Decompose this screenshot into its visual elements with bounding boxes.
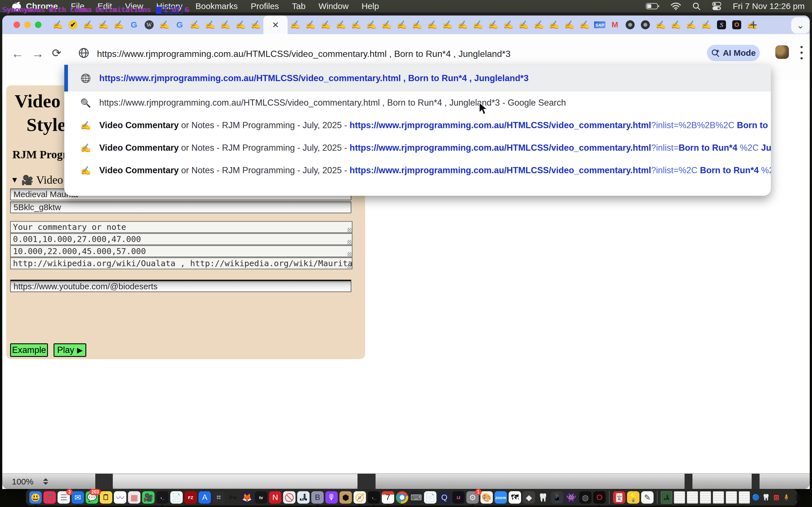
pinned-tab-pencil[interactable]: ✍️ bbox=[562, 15, 577, 34]
pinned-tab-pencil[interactable]: ✍️ bbox=[409, 15, 424, 34]
dock-item-card-game[interactable]: 🃏 bbox=[613, 491, 625, 504]
dock-item-minimized-window[interactable] bbox=[739, 491, 750, 504]
pinned-tab-pencil[interactable]: ✍️ bbox=[440, 15, 455, 34]
pinned-tab-pencil[interactable]: ✍️ bbox=[248, 15, 263, 34]
menu-item-profiles[interactable]: Profiles bbox=[244, 1, 285, 11]
pinned-tab-pencil[interactable]: ✍️ bbox=[379, 15, 394, 34]
dock-item-notes-pencil[interactable]: ✎ bbox=[641, 491, 654, 504]
spotlight-icon[interactable] bbox=[692, 2, 701, 10]
channel-url-input[interactable] bbox=[10, 280, 351, 292]
dock-item-trash[interactable]: 🗑 bbox=[792, 491, 805, 504]
pinned-tab-pencil[interactable]: ✍️ bbox=[501, 15, 516, 34]
dock-item-mail[interactable]: ✉ bbox=[71, 491, 84, 504]
pinned-tab-pencil[interactable]: ✍️ bbox=[50, 15, 65, 34]
pinned-tab-wordpress[interactable]: W bbox=[142, 15, 157, 34]
dock-item-calculator[interactable]: ⌗ bbox=[213, 491, 225, 504]
pinned-tab-chrome-dark[interactable] bbox=[622, 15, 638, 34]
zoom-control[interactable]: 100% bbox=[2, 474, 48, 489]
dock-item-terminal-3[interactable]: ⌨ bbox=[410, 491, 422, 504]
close-window-button[interactable] bbox=[13, 22, 20, 28]
pinned-tab-pencil[interactable]: ✍️ bbox=[318, 15, 333, 34]
pinned-tab-s-app[interactable]: S bbox=[714, 15, 729, 34]
ai-mode-button[interactable]: AI Mode bbox=[707, 45, 760, 61]
dock-item-finder[interactable]: 😃 bbox=[29, 491, 42, 504]
pinned-tab-pencil[interactable]: ✍️ bbox=[187, 15, 202, 34]
pinned-tab-chrome-dark[interactable] bbox=[638, 15, 653, 34]
pinned-tab-pencil[interactable]: ✍️ bbox=[668, 15, 683, 34]
dock-item-prohibited[interactable]: 🚫 bbox=[283, 491, 296, 504]
links-textarea[interactable]: http://wikipedia.org/wiki/Oualata , http… bbox=[10, 258, 352, 269]
dock-item-photos-app[interactable]: 🏞 bbox=[297, 491, 310, 504]
pinned-tab-google[interactable]: G bbox=[126, 15, 142, 34]
pinned-tab-pencil[interactable]: ✍️ bbox=[516, 15, 531, 34]
active-tab[interactable]: ✕ bbox=[263, 15, 288, 34]
pinned-tab-gmail[interactable]: M bbox=[607, 15, 622, 34]
pinned-tab-pencil[interactable]: ✍️ bbox=[455, 15, 470, 34]
pinned-tab-sap[interactable]: SAP bbox=[592, 15, 607, 34]
profile-avatar[interactable] bbox=[775, 45, 789, 59]
pinned-tab-o-app[interactable]: O bbox=[729, 15, 744, 34]
dock-item-safari[interactable]: 🧭 bbox=[354, 491, 366, 504]
dock-item-minimized-window[interactable] bbox=[726, 491, 737, 504]
omnibox-suggestion[interactable]: ✍️Video Commentary or Notes - RJM Progra… bbox=[64, 114, 771, 136]
pinned-tab-pencil[interactable]: ✍️ bbox=[470, 15, 486, 34]
forward-button[interactable]: → bbox=[32, 47, 44, 61]
dock-item-minimized-window[interactable] bbox=[674, 491, 685, 504]
dock-item-firefox[interactable]: 🦊 bbox=[241, 491, 253, 504]
dock-item-launchpad[interactable]: ▦ bbox=[128, 491, 140, 504]
pinned-tab-pencil[interactable]: ✍️ bbox=[333, 15, 349, 34]
omnibox-suggestion[interactable]: ✍️Video Commentary or Notes - RJM Progra… bbox=[64, 159, 771, 182]
pinned-tab-pencil[interactable]: ✍️ bbox=[424, 15, 440, 34]
minimize-window-button[interactable] bbox=[24, 22, 31, 28]
dock-item-quicktime[interactable]: Q bbox=[438, 491, 451, 504]
close-tab-icon[interactable]: ✕ bbox=[272, 20, 279, 30]
dock-item-mini-tooth[interactable]: 🦷 bbox=[762, 493, 770, 502]
dock-item-terminal[interactable]: ›_ bbox=[156, 491, 168, 504]
pinned-tab-pencil[interactable]: ✍️ bbox=[233, 15, 248, 34]
dock-item-terminal-2[interactable]: ›_ bbox=[368, 491, 380, 504]
play-button[interactable]: Play ▶ bbox=[54, 343, 86, 357]
menu-clock[interactable]: Fri 7 Nov 12:26 pm bbox=[733, 1, 805, 11]
dock-item-iphone-mirroring[interactable]: 📱 bbox=[551, 491, 563, 504]
pinned-tab-pencil[interactable]: ✍️ bbox=[531, 15, 546, 34]
dock-item-mini-figure[interactable]: 🧍 bbox=[782, 493, 791, 502]
dock-item-bbedit[interactable]: B bbox=[311, 491, 324, 504]
pinned-tab-pencil[interactable]: ✍️ bbox=[288, 15, 303, 34]
omnibox-suggestion[interactable]: 🔍https://www.rjmprogramming.com.au/HTMLC… bbox=[64, 92, 771, 114]
scrollbar-thumb[interactable] bbox=[113, 475, 357, 488]
video-id-input[interactable] bbox=[10, 202, 351, 213]
dock-item-minimized-window[interactable] bbox=[700, 491, 711, 504]
start-times-textarea[interactable]: 0.001,10.000,27.000,47.000 bbox=[10, 233, 352, 245]
dock-item-messages[interactable]: 💬203 bbox=[86, 491, 98, 504]
dock-item-opera[interactable]: O bbox=[593, 491, 606, 504]
pinned-tab-pencil[interactable]: ✍️ bbox=[394, 15, 409, 34]
pinned-tab-google[interactable]: G bbox=[172, 15, 187, 34]
dock-item-minimized-photo[interactable]: 🏞 bbox=[661, 491, 672, 504]
dock-item-zoom[interactable]: zoom bbox=[495, 491, 507, 504]
dock-item-textedit[interactable]: 📄 bbox=[170, 491, 183, 504]
dock-item-filezilla[interactable]: FZ bbox=[185, 491, 197, 504]
dock-item-chrome[interactable] bbox=[396, 491, 408, 504]
pinned-tab-pencil[interactable]: ✍️ bbox=[218, 15, 233, 34]
omnibox-suggestion[interactable]: ✍️Video Commentary or Notes - RJM Progra… bbox=[64, 136, 771, 159]
omnibox-url-input[interactable]: https://www.rjmprogramming.com.au/HTMLCS… bbox=[97, 49, 511, 59]
menu-item-window[interactable]: Window bbox=[312, 1, 355, 11]
new-tab-button[interactable]: + bbox=[750, 18, 757, 32]
tab-search-button[interactable]: ⌄ bbox=[791, 17, 810, 34]
pinned-tab-pencil[interactable]: ✍️ bbox=[81, 15, 96, 34]
zoom-window-button[interactable] bbox=[35, 22, 42, 28]
browser-menu-icon[interactable] bbox=[800, 46, 803, 59]
dock-item-document[interactable]: 📄 bbox=[424, 491, 437, 504]
wifi-icon[interactable] bbox=[671, 2, 681, 10]
zoom-stepper-icon[interactable] bbox=[43, 478, 48, 485]
pinned-tab-pencil[interactable]: ✍️ bbox=[653, 15, 668, 34]
example-button[interactable]: Example bbox=[10, 343, 48, 357]
pinned-tab-pencil[interactable]: ✍️ bbox=[303, 15, 318, 34]
pinned-tab-pencil[interactable]: ✍️ bbox=[364, 15, 379, 34]
dock-item-notes[interactable]: 🗒 bbox=[100, 491, 112, 504]
dock-item-palette[interactable]: 🎨 bbox=[480, 491, 493, 504]
dock-item-minimized-window[interactable] bbox=[713, 491, 724, 504]
dock-item-tooth[interactable]: 🦷 bbox=[537, 491, 549, 504]
dock-item-mini-blue-app[interactable]: 🔵 bbox=[752, 493, 760, 502]
menu-item-bookmarks[interactable]: Bookmarks bbox=[189, 1, 244, 11]
